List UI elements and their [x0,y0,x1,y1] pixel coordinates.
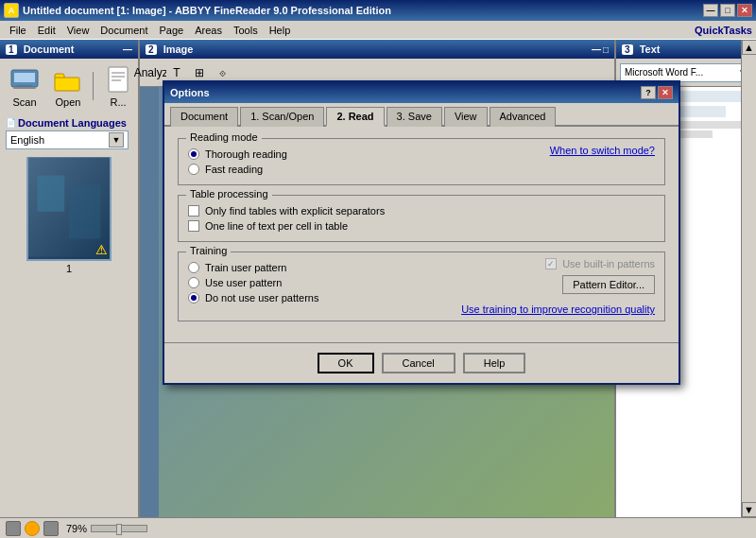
explicit-sep-label: Only find tables with explicit separator… [205,205,385,217]
tab-view[interactable]: View [444,107,488,127]
do-not-use-label: Do not use user patterns [205,292,318,304]
reading-mode-label: Reading mode [186,131,262,143]
train-user-radio[interactable] [188,262,199,273]
training-right: Use built-in patterns Pattern Editor... … [461,258,655,315]
tab-save[interactable]: 3. Save [387,107,442,127]
dialog-title-bar: Options ? ✕ [164,82,679,103]
help-button[interactable]: Help [463,353,526,373]
cancel-button[interactable]: Cancel [382,353,455,373]
dialog-title: Options [170,87,210,98]
oneline-row: One line of text per cell in table [188,220,655,232]
dialog-overlay: Options ? ✕ Document 1. Scan/Open 2. Rea… [0,0,756,538]
do-not-use-radio[interactable] [188,292,199,304]
fast-radio[interactable] [188,164,199,175]
use-user-radio[interactable] [188,277,199,288]
fast-label: Fast reading [205,164,263,175]
do-not-use-row: Do not use user patterns [188,292,452,304]
builtin-label: Use built-in patterns [562,258,655,269]
thorough-radio[interactable] [188,148,199,160]
tab-bar: Document 1. Scan/Open 2. Read 3. Save Vi… [164,103,679,127]
training-label: Training [186,245,231,256]
thorough-reading-row: Thorough reading [188,148,550,160]
training-radios: Train user pattern Use user pattern Do n… [188,258,452,307]
builtin-patterns-row: Use built-in patterns [545,258,655,269]
explicit-sep-checkbox[interactable] [188,205,199,217]
dialog-title-buttons[interactable]: ? ✕ [641,86,673,99]
thorough-label: Thorough reading [205,148,287,160]
options-dialog: Options ? ✕ Document 1. Scan/Open 2. Rea… [163,80,680,385]
switch-mode-link[interactable]: When to switch mode? [550,145,655,156]
training-section: Training Train user pattern Use user pat… [178,252,665,321]
tab-scan-open[interactable]: 1. Scan/Open [240,107,324,127]
pattern-editor-button[interactable]: Pattern Editor... [562,275,655,294]
use-user-row: Use user pattern [188,277,452,288]
ok-button[interactable]: OK [318,353,374,373]
oneline-label: One line of text per cell in table [205,220,348,232]
oneline-checkbox[interactable] [188,220,199,232]
explicit-sep-row: Only find tables with explicit separator… [188,205,655,217]
use-user-label: Use user pattern [205,277,282,288]
training-inner: Train user pattern Use user pattern Do n… [188,258,655,315]
dialog-help-icon[interactable]: ? [641,86,656,99]
builtin-checkbox [545,258,557,269]
fast-reading-row: Fast reading [188,164,550,175]
table-processing-section: Table processing Only find tables with e… [178,195,665,242]
tab-advanced[interactable]: Advanced [490,107,557,127]
table-processing-label: Table processing [186,188,272,200]
tab-document[interactable]: Document [170,107,238,127]
dialog-content: Reading mode Thorough reading Fast readi… [164,127,679,342]
train-user-label: Train user pattern [205,262,286,273]
train-user-row: Train user pattern [188,262,452,273]
training-improvement-link[interactable]: Use training to improve recognition qual… [461,304,655,315]
tab-read[interactable]: 2. Read [326,107,384,127]
reading-mode-section: Reading mode Thorough reading Fast readi… [178,138,665,185]
dialog-footer: OK Cancel Help [164,342,679,383]
dialog-close-button[interactable]: ✕ [658,86,673,99]
